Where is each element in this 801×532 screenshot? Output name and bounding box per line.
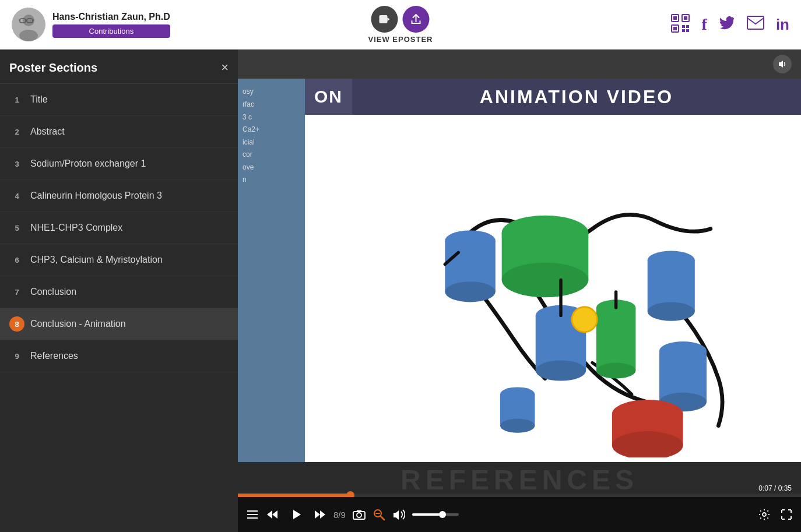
svg-point-2: [19, 30, 38, 41]
svg-rect-16: [682, 25, 685, 28]
sidebar-item-calineurin[interactable]: 4 Calineurin Homolgous Protein 3: [0, 180, 238, 212]
item-number-2: 2: [9, 124, 24, 139]
svg-marker-55: [272, 510, 277, 519]
settings-button[interactable]: [758, 508, 771, 521]
main-layout: Poster Sections × 1 Title 2 Abstract 3 S…: [0, 50, 801, 532]
svg-marker-57: [315, 510, 320, 519]
audio-button-top[interactable]: [773, 55, 792, 73]
animation-frame: Calcium ion: [305, 115, 801, 497]
svg-rect-15: [673, 27, 677, 30]
item-label-1: Title: [30, 94, 48, 105]
facebook-icon[interactable]: f: [702, 15, 707, 34]
on-label-container: ON: [305, 79, 352, 115]
svg-point-35: [648, 302, 695, 321]
header-icon-group: [371, 6, 430, 33]
avatar: [12, 8, 45, 41]
item-label-3: Sodium/Proton exchanger 1: [30, 158, 146, 169]
references-strip: REFERENCES: [238, 462, 801, 497]
svg-line-62: [381, 516, 384, 520]
svg-marker-56: [293, 510, 301, 519]
social-links: f in: [670, 13, 789, 36]
sidebar-item-sodium[interactable]: 3 Sodium/Proton exchanger 1: [0, 148, 238, 180]
sidebar-item-conclusion-animation[interactable]: 8 Conclusion - Animation: [0, 308, 238, 340]
poster-background: osy rfac 3 c Ca2+ icial cor ove n: [238, 50, 801, 497]
header: Hans-Christian Zaun, Ph.D Contributions …: [0, 0, 801, 50]
prev-button[interactable]: [266, 509, 279, 520]
volume-thumb: [439, 511, 446, 518]
svg-point-29: [445, 282, 496, 302]
svg-rect-8: [380, 15, 388, 23]
play-button[interactable]: [286, 504, 307, 525]
camera-button[interactable]: [353, 509, 366, 520]
text-content: osy rfac 3 c Ca2+ icial cor ove n: [243, 86, 300, 186]
item-label-8: Conclusion - Animation: [30, 319, 126, 329]
svg-rect-25: [596, 308, 636, 371]
item-label-9: References: [30, 351, 78, 361]
qr-icon[interactable]: [670, 13, 690, 36]
item-number-3: 3: [9, 156, 24, 171]
svg-rect-18: [682, 29, 685, 32]
sidebar-item-title[interactable]: 1 Title: [0, 84, 238, 116]
protein-svg: [317, 126, 789, 457]
sidebar-item-abstract[interactable]: 2 Abstract: [0, 116, 238, 148]
svg-rect-17: [686, 25, 689, 28]
volume-fill: [412, 513, 442, 516]
sidebar-item-chp3[interactable]: 6 CHP3, Calcium & Myristoylation: [0, 244, 238, 276]
item-number-1: 1: [9, 92, 24, 107]
contributions-button[interactable]: Contributions: [52, 24, 170, 38]
sidebar: Poster Sections × 1 Title 2 Abstract 3 S…: [0, 50, 238, 532]
svg-point-41: [500, 419, 535, 433]
video-wrapper: osy rfac 3 c Ca2+ icial cor ove n: [238, 50, 801, 532]
fullscreen-button[interactable]: [780, 508, 793, 521]
svg-marker-54: [267, 510, 272, 519]
svg-point-32: [536, 361, 586, 381]
item-label-6: CHP3, Calcium & Myristoylation: [30, 255, 163, 265]
user-section: Hans-Christian Zaun, Ph.D Contributions: [12, 8, 670, 41]
svg-point-60: [357, 513, 361, 517]
item-number-9: 9: [9, 348, 24, 364]
svg-line-7: [33, 20, 34, 20]
animation-section: ON ANIMATION VIDEO: [305, 79, 801, 497]
twitter-icon[interactable]: [719, 15, 735, 34]
page-indicator: 8/9: [333, 510, 346, 520]
view-eposter-label: VIEW EPOSTER: [368, 35, 433, 44]
protein-illustration-container: [305, 115, 801, 469]
svg-marker-58: [320, 510, 325, 519]
sidebar-close-button[interactable]: ×: [221, 60, 229, 75]
item-number-7: 7: [9, 284, 24, 300]
item-number-5: 5: [9, 220, 24, 235]
item-number-4: 4: [9, 188, 24, 203]
eposter-share-button[interactable]: [403, 6, 430, 33]
next-button[interactable]: [314, 509, 326, 520]
item-label-2: Abstract: [30, 126, 65, 137]
references-background-text: REFERENCES: [400, 464, 638, 496]
sidebar-title: Poster Sections: [9, 61, 97, 75]
user-name: Hans-Christian Zaun, Ph.D: [52, 12, 170, 22]
animation-header-text: ANIMATION VIDEO: [480, 86, 673, 108]
user-info: Hans-Christian Zaun, Ph.D Contributions: [52, 12, 170, 38]
zoom-button[interactable]: [373, 508, 385, 521]
item-label-5: NHE1-CHP3 Complex: [30, 223, 122, 233]
volume-slider[interactable]: [412, 513, 459, 516]
eposter-video-button[interactable]: [371, 6, 398, 33]
text-panel-left: osy rfac 3 c Ca2+ icial cor ove n: [238, 79, 305, 497]
svg-marker-9: [388, 17, 390, 21]
linkedin-icon[interactable]: in: [776, 16, 789, 34]
email-icon[interactable]: [747, 16, 764, 33]
sidebar-item-conclusion[interactable]: 7 Conclusion: [0, 276, 238, 308]
item-number-8: 8: [9, 316, 24, 332]
item-label-7: Conclusion: [30, 287, 76, 297]
sidebar-item-references[interactable]: 9 References: [0, 340, 238, 372]
controls-bar: 8/9: [238, 497, 801, 532]
header-center: VIEW EPOSTER: [368, 6, 433, 44]
sidebar-item-nhe1[interactable]: 5 NHE1-CHP3 Complex: [0, 212, 238, 244]
volume-button[interactable]: [392, 509, 405, 520]
sidebar-header: Poster Sections ×: [0, 50, 238, 84]
item-label-4: Calineurin Homolgous Protein 3: [30, 191, 162, 201]
item-number-6: 6: [9, 252, 24, 267]
svg-rect-13: [684, 16, 687, 20]
svg-point-64: [763, 513, 766, 516]
list-button[interactable]: [246, 509, 259, 520]
right-controls: [758, 508, 793, 521]
time-display: 0:07 / 0:35: [758, 484, 792, 492]
